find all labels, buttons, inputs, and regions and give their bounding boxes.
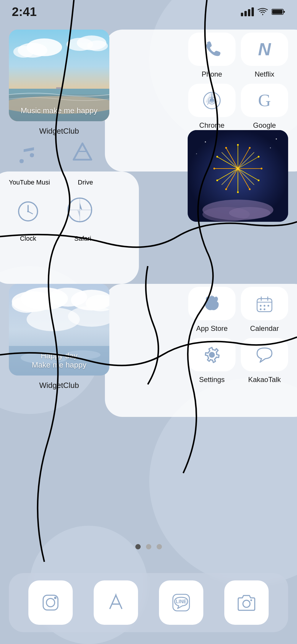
signal-icon: [241, 7, 254, 16]
svg-point-57: [196, 153, 197, 154]
widget1-label: WidgetClub: [39, 127, 79, 136]
svg-point-50: [213, 168, 215, 169]
widget-club-2[interactable]: WidgetClub: [249, 133, 288, 145]
top-right-grid: Phone N Netflix: [188, 33, 288, 130]
page-dot-1[interactable]: [135, 544, 141, 549]
svg-point-84: [46, 598, 55, 607]
music-note-icon: [12, 139, 41, 169]
svg-rect-13: [56, 87, 62, 89]
dock-line[interactable]: LINE: [159, 580, 203, 625]
kakao-label: KakaoTalk: [248, 376, 281, 384]
widget3-label: WidgetClub: [39, 381, 79, 390]
svg-point-77: [260, 305, 262, 307]
page-dot-2[interactable]: [146, 544, 151, 549]
svg-point-56: [276, 138, 277, 140]
svg-rect-11: [9, 89, 109, 95]
app-phone[interactable]: Phone: [188, 33, 236, 78]
app-youtube-music[interactable]: YouTube Musi: [9, 139, 50, 186]
status-icons: [241, 7, 285, 16]
camera-icon: [235, 591, 258, 614]
page-dots: [0, 544, 297, 549]
svg-point-79: [267, 305, 269, 307]
dock: LINE: [9, 573, 288, 632]
fireworks-scene: [188, 130, 288, 222]
svg-point-78: [264, 305, 265, 307]
svg-point-85: [54, 597, 56, 599]
app-clock[interactable]: Clock: [9, 192, 47, 242]
battery-icon: [272, 8, 285, 15]
status-bar: 2:41: [0, 0, 297, 24]
calendar-label: Calendar: [250, 324, 279, 333]
svg-point-6: [13, 46, 34, 58]
svg-point-42: [249, 147, 251, 149]
status-time: 2:41: [12, 5, 37, 19]
dock-camera[interactable]: [224, 580, 269, 625]
row3: Happy day Make me happy WidgetClub App S…: [9, 284, 288, 390]
app-chrome[interactable]: Chrome: [188, 84, 236, 130]
left-column: YouTube Musi Drive: [9, 139, 103, 242]
youtube-music-label: YouTube Musi: [9, 179, 50, 186]
netflix-label: Netflix: [255, 70, 275, 78]
svg-point-81: [264, 308, 265, 310]
appstore-label: App Store: [196, 324, 228, 333]
chat-bubble-icon: [254, 344, 275, 365]
a-star-icon: [104, 591, 128, 614]
svg-rect-1: [283, 11, 285, 13]
svg-point-49: [216, 179, 218, 181]
instagram-icon: [39, 591, 62, 614]
clock-icon: [16, 200, 40, 223]
svg-point-88: [243, 600, 250, 607]
svg-point-20: [27, 211, 29, 212]
drive-label: Drive: [78, 179, 93, 186]
app-settings[interactable]: Settings: [188, 338, 236, 384]
row1: Music make me happy WidgetClub Phone N: [9, 30, 288, 136]
dock-instagram[interactable]: [28, 580, 73, 625]
app-netflix[interactable]: N Netflix: [241, 33, 288, 78]
widget-club-1[interactable]: Music make me happy WidgetClub: [9, 30, 109, 136]
safari-label: Safari: [74, 235, 91, 242]
svg-point-47: [237, 191, 239, 193]
dock-appstore[interactable]: [94, 580, 138, 625]
svg-point-48: [225, 188, 227, 190]
svg-text:LINE: LINE: [176, 599, 187, 604]
app-safari[interactable]: Safari: [65, 195, 100, 242]
safari-icon: [65, 195, 95, 225]
svg-point-55: [217, 136, 218, 136]
svg-point-54: [270, 148, 271, 148]
wifi-icon: [257, 8, 268, 16]
svg-point-53: [205, 141, 206, 143]
drive-icon: [68, 139, 97, 169]
phone-label: Phone: [202, 70, 222, 78]
app-kakao[interactable]: KakaoTalk: [241, 338, 288, 384]
home-screen: Music make me happy WidgetClub Phone N: [0, 24, 297, 561]
svg-point-44: [261, 168, 262, 169]
svg-point-51: [216, 156, 218, 158]
apple-icon: [202, 293, 222, 314]
settings-label: Settings: [199, 376, 225, 384]
widget3-text: Happy day Make me happy: [9, 351, 109, 370]
top-small-row: YouTube Musi Drive: [9, 139, 103, 186]
line-icon: LINE: [169, 591, 193, 614]
svg-point-89: [250, 599, 252, 601]
app-google[interactable]: G Google: [241, 84, 288, 130]
phone-icon: [202, 39, 222, 60]
svg-point-80: [260, 308, 262, 310]
settings-gear-icon: [202, 344, 222, 365]
google-label: Google: [253, 121, 276, 130]
chrome-icon: [202, 90, 222, 111]
svg-point-41: [237, 144, 239, 146]
app-calendar[interactable]: Calendar: [241, 287, 288, 333]
widget1-text: Music make me happy: [9, 106, 109, 115]
svg-point-60: [229, 207, 270, 219]
page-dot-3[interactable]: [157, 544, 162, 549]
calendar-icon: [254, 293, 275, 314]
svg-point-43: [258, 156, 259, 158]
widget-club-3[interactable]: Happy day Make me happy WidgetClub: [9, 284, 109, 390]
svg-point-46: [249, 188, 251, 190]
svg-point-52: [225, 147, 227, 149]
app-appstore[interactable]: App Store: [188, 287, 236, 333]
svg-rect-2: [272, 10, 283, 14]
bottom-small-row: Clock Safari: [9, 192, 103, 242]
app-drive[interactable]: Drive: [68, 139, 103, 186]
google-g-icon: G: [258, 90, 271, 111]
